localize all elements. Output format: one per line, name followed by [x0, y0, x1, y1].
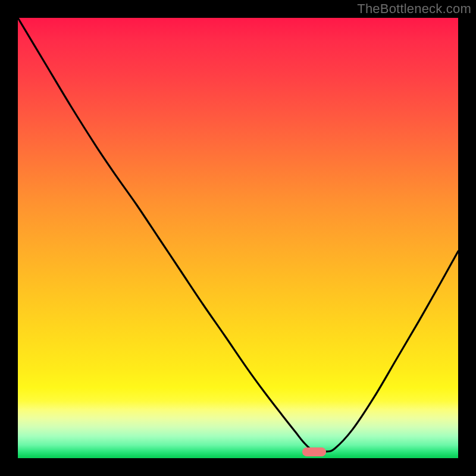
bottleneck-curve: [18, 18, 458, 458]
chart-frame: TheBottleneck.com: [0, 0, 476, 476]
plot-area: [18, 18, 458, 458]
optimal-marker: [302, 447, 326, 456]
watermark-text: TheBottleneck.com: [357, 1, 471, 17]
